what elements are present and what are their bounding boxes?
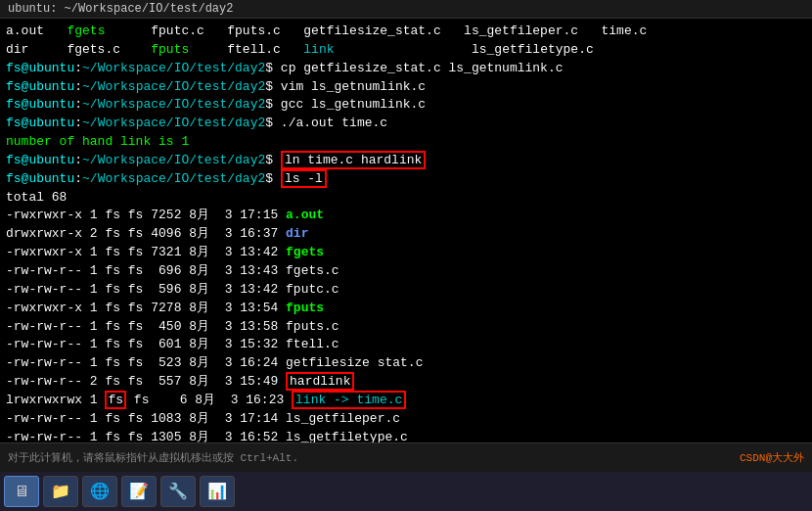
bottom-right-text: CSDN@大大外 (740, 450, 804, 465)
taskbar-btn-6[interactable]: 📊 (200, 476, 235, 507)
line-15: -rw-rw-r-- 1 fs fs 596 8月 3 13:42 fputc.… (6, 281, 806, 300)
bottom-bar: 对于此计算机，请将鼠标指针从虚拟机移出或按 Ctrl+Alt. CSDN@大大外 (0, 442, 812, 472)
line-20-hardlink: -rw-rw-r-- 2 fs fs 557 8月 3 15:49 hardli… (6, 373, 806, 392)
line-6: fs@ubuntu:~/Workspace/IO/test/day2$ ./a.… (6, 115, 806, 133)
line-17: -rw-rw-r-- 1 fs fs 450 8月 3 13:58 fputs.… (6, 318, 806, 337)
taskbar-btn-4[interactable]: 📝 (121, 476, 157, 507)
bottom-hint-text: 对于此计算机，请将鼠标指针从虚拟机移出或按 Ctrl+Alt. (8, 450, 298, 465)
line-5: fs@ubuntu:~/Workspace/IO/test/day2$ gcc … (6, 96, 806, 115)
terminal-content[interactable]: a.out fgets fputc.c fputs.c getfilesize_… (0, 19, 812, 442)
line-23: -rw-rw-r-- 1 fs fs 1305 8月 3 16:52 ls_ge… (6, 429, 806, 442)
line-10: total 68 (6, 189, 806, 208)
line-22: -rw-rw-r-- 1 fs fs 1083 8月 3 17:14 ls_ge… (6, 410, 806, 429)
line-14: -rw-rw-r-- 1 fs fs 696 8月 3 13:43 fgets.… (6, 262, 806, 281)
taskbar-btn-1[interactable]: 🖥 (4, 476, 39, 507)
title-text: ubuntu: ~/Workspace/IO/test/day2 (8, 2, 233, 16)
line-1: a.out fgets fputc.c fputs.c getfilesize_… (6, 23, 806, 41)
taskbar-btn-3[interactable]: 🌐 (82, 476, 117, 507)
taskbar-btn-2[interactable]: 📁 (43, 476, 78, 507)
line-2: dir fgets.c fputs ftell.c link ls_getfil… (6, 41, 806, 60)
line-7-numlink1: number of hand link is 1 (6, 133, 806, 152)
line-8: fs@ubuntu:~/Workspace/IO/test/day2$ ln t… (6, 152, 806, 170)
line-13: -rwxrwxr-x 1 fs fs 7321 8月 3 13:42 fgets (6, 244, 806, 262)
line-3: fs@ubuntu:~/Workspace/IO/test/day2$ cp g… (6, 60, 806, 78)
line-18: -rw-rw-r-- 1 fs fs 601 8月 3 15:32 ftell.… (6, 336, 806, 354)
line-21-link: lrwxrwxrwx 1 fs fs 6 8月 3 16:23 link -> … (6, 392, 806, 410)
line-19: -rw-rw-r-- 1 fs fs 523 8月 3 16:24 getfil… (6, 354, 806, 373)
line-11: -rwxrwxr-x 1 fs fs 7252 8月 3 17:15 a.out (6, 207, 806, 225)
line-9: fs@ubuntu:~/Workspace/IO/test/day2$ ls -… (6, 170, 806, 189)
line-16: -rwxrwxr-x 1 fs fs 7278 8月 3 13:54 fputs (6, 300, 806, 318)
terminal-window: ubuntu: ~/Workspace/IO/test/day2 a.out f… (0, 0, 812, 511)
line-12: drwxrwxr-x 2 fs fs 4096 8月 3 16:37 dir (6, 225, 806, 244)
taskbar: 🖥 📁 🌐 📝 🔧 📊 (0, 472, 812, 511)
line-4: fs@ubuntu:~/Workspace/IO/test/day2$ vim … (6, 78, 806, 97)
taskbar-btn-5[interactable]: 🔧 (160, 476, 196, 507)
title-bar: ubuntu: ~/Workspace/IO/test/day2 (0, 0, 812, 19)
